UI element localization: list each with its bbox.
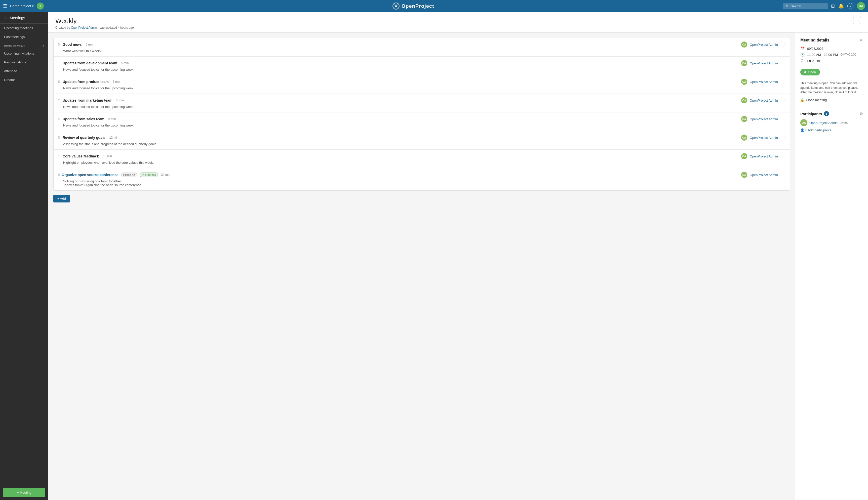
close-meeting-link[interactable]: 🔒 Close meeting [800, 98, 863, 102]
search-box[interactable]: 🔍 Search ... [783, 3, 828, 9]
section-divider [800, 107, 863, 107]
sidebar-item-creator[interactable]: Creator [0, 76, 48, 84]
lock-icon: 🔒 [800, 98, 804, 102]
drag-handle-icon[interactable]: ⠿ [58, 173, 60, 177]
agenda-item-more-button[interactable]: ··· [780, 154, 786, 158]
agenda-author-link[interactable]: OpenProject Admin [750, 173, 778, 177]
page-meta: Created by OpenProject Admin . Last upda… [55, 26, 134, 30]
nav-icons: ⊞ 🔔 ? OA [831, 2, 865, 10]
agenda-item-title: Core values feedback [63, 154, 99, 158]
agenda-item-duration: 30 min [161, 173, 170, 177]
agenda-item-more-button[interactable]: ··· [780, 117, 786, 121]
agenda-item: ⠿ Updates from product team 5 min OA Ope… [54, 75, 790, 94]
agenda-item-avatar: OA [741, 60, 747, 66]
participant-avatar: OA [800, 119, 807, 126]
add-agenda-item-button[interactable]: + Add [53, 195, 70, 203]
agenda-item-title: Updates from sales team [63, 117, 104, 121]
agenda-item-description: News and focused topics for the upcoming… [58, 68, 786, 71]
hamburger-menu[interactable]: ☰ [3, 3, 7, 9]
sidebar-title: Meetings [10, 15, 25, 20]
project-chevron: ▾ [32, 4, 34, 8]
agenda-item: ⠿ Updates from sales team 5 min OA OpenP… [54, 112, 790, 131]
drag-handle-icon[interactable]: ⠿ [58, 117, 60, 121]
add-meeting-button[interactable]: + Meeting [3, 488, 45, 497]
page-more-button[interactable]: ··· [853, 17, 861, 24]
agenda-item-duration: 5 min [109, 117, 116, 121]
agenda-author-link[interactable]: OpenProject Admin [750, 136, 778, 139]
svg-point-1 [395, 6, 397, 7]
page-title-area: Weekly Created by OpenProject Admin . La… [55, 17, 134, 30]
agenda-item-more-button[interactable]: ··· [780, 172, 786, 177]
participant-name-link[interactable]: OpenProject Admin [809, 121, 837, 125]
agenda-author-link[interactable]: OpenProject Admin [750, 61, 778, 65]
details-header: Meeting details ✏ [800, 38, 863, 43]
drag-handle-icon[interactable]: ⠿ [58, 136, 60, 139]
detail-time: 11:00 AM - 12:00 PM [807, 53, 838, 57]
content-area: Weekly Created by OpenProject Admin . La… [48, 12, 868, 500]
search-placeholder: Search ... [791, 4, 805, 8]
agenda-item-more-button[interactable]: ··· [780, 135, 786, 140]
sidebar-item-past-invitations[interactable]: Past invitations [0, 58, 48, 67]
agenda-item-description: Solving or discussing one topic together… [58, 179, 786, 187]
notifications-icon[interactable]: 🔔 [838, 3, 844, 9]
meeting-open-description: This meeting is open. You can add/remove… [800, 81, 863, 94]
agenda-item-duration: 5 min [121, 61, 128, 65]
agenda-author-link[interactable]: OpenProject Admin [750, 117, 778, 121]
agenda-author-link[interactable]: OpenProject Admin [750, 99, 778, 102]
gear-icon: ⚙ [859, 112, 863, 116]
participants-settings-button[interactable]: ⚙ [859, 111, 863, 116]
user-avatar[interactable]: OA [857, 2, 865, 10]
involvement-chevron[interactable]: ∧ [42, 44, 45, 47]
agenda-item-avatar: OA [741, 172, 747, 178]
sidebar-item-upcoming-invitations[interactable]: Upcoming invitations [0, 49, 48, 58]
sidebar-item-attendee[interactable]: Attendee [0, 67, 48, 76]
drag-handle-icon[interactable]: ⠿ [58, 61, 60, 65]
agenda-item: ⠿ Updates from marketing team 5 min OA O… [54, 94, 790, 112]
agenda-item-avatar: OA [741, 42, 747, 47]
drag-handle-icon[interactable]: ⠿ [58, 99, 60, 102]
agenda-item-more-button[interactable]: ··· [780, 61, 786, 65]
agenda-item-avatar: OA [741, 97, 747, 103]
search-icon: 🔍 [785, 4, 789, 8]
add-button-area: + Add [53, 191, 790, 206]
agenda-item-phase-badge: Phase #2 [121, 172, 137, 177]
meeting-status-badge[interactable]: Open [800, 69, 820, 76]
participants-title: Participants 1 [800, 111, 829, 116]
detail-date: 09/26/2023 [807, 47, 823, 50]
edit-icon: ✏ [860, 38, 863, 42]
agenda-item-description: News and focused topics for the upcoming… [58, 105, 786, 109]
agenda-item-avatar: OA [741, 116, 747, 122]
agenda-item-title: Updates from marketing team [63, 98, 112, 102]
agenda-item-title-link[interactable]: Organize open source conference [61, 173, 119, 177]
agenda-item-more-button[interactable]: ··· [780, 98, 786, 103]
quick-add-button[interactable]: + [37, 2, 44, 10]
logo-icon [393, 2, 399, 10]
drag-handle-icon[interactable]: ⠿ [58, 43, 60, 46]
agenda-item-more-button[interactable]: ··· [780, 42, 786, 47]
drag-handle-icon[interactable]: ⠿ [58, 155, 60, 158]
sidebar-item-past-meetings[interactable]: Past meetings [0, 32, 48, 41]
agenda-item-more-button[interactable]: ··· [780, 79, 786, 84]
agenda-author-link[interactable]: OpenProject Admin [750, 80, 778, 84]
status-label: Open [808, 70, 816, 74]
agenda-author-link[interactable]: OpenProject Admin [750, 155, 778, 158]
agenda-author-link[interactable]: OpenProject Admin [750, 43, 778, 46]
details-edit-button[interactable]: ✏ [860, 38, 863, 43]
involvement-section-header: INVOLVEMENT ∧ [0, 41, 48, 49]
status-dot-icon [804, 71, 807, 73]
drag-handle-icon[interactable]: ⠿ [58, 80, 60, 84]
page-title: Weekly [55, 17, 134, 25]
agenda-item-duration: 5 min [113, 80, 120, 83]
help-icon[interactable]: ? [847, 3, 854, 9]
duration-icon: ⏱ [800, 59, 804, 62]
agenda-item-title: Updates from development team [63, 61, 117, 65]
project-selector[interactable]: Demo project ▾ [10, 4, 34, 8]
sidebar-back-button[interactable]: ← Meetings [0, 12, 48, 24]
page-author-link[interactable]: OpenProject Admin [71, 26, 97, 30]
apps-icon[interactable]: ⊞ [831, 3, 835, 9]
sidebar-item-upcoming-meetings[interactable]: Upcoming meetings [0, 24, 48, 32]
agenda-item: ⠿ Review of quarterly goals 12 min OA Op… [54, 131, 790, 150]
agenda-item-title: Review of quarterly goals [63, 136, 105, 139]
add-participants-button[interactable]: 👤+ Add participants [800, 128, 831, 132]
agenda-item-avatar: OA [741, 79, 747, 85]
